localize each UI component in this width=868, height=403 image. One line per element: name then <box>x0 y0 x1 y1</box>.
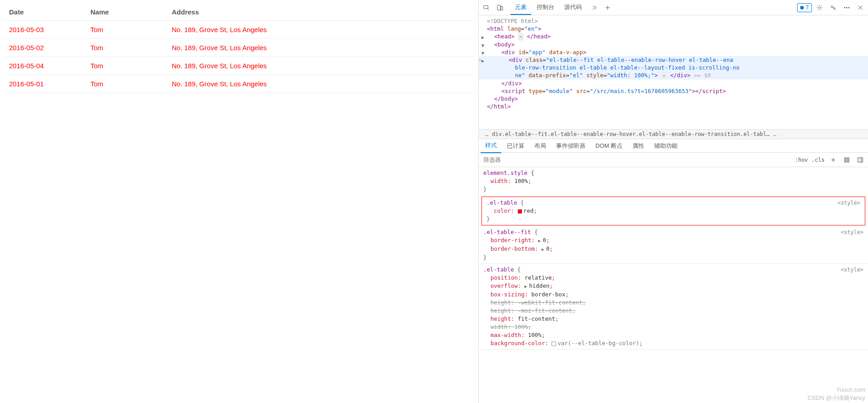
activity-icon[interactable] <box>827 2 839 14</box>
svg-point-4 <box>831 6 833 8</box>
styles-filter-row: :hov .cls <box>479 153 868 167</box>
col-name: Name <box>85 4 166 21</box>
styles-filter-input[interactable] <box>479 156 792 163</box>
styles-panel[interactable]: element.style { width: 100%; } <style> .… <box>479 167 868 403</box>
cell-address: No. 189, Grove St, Los Angeles <box>166 75 475 93</box>
tab-console[interactable]: 控制台 <box>532 0 559 15</box>
subtab-a11y[interactable]: 辅助功能 <box>650 139 682 153</box>
svg-rect-11 <box>858 158 863 162</box>
more-tabs-icon[interactable] <box>588 2 600 14</box>
subtab-styles[interactable]: 样式 <box>481 139 501 153</box>
cell-address: No. 189, Grove St, Los Angeles <box>166 39 475 57</box>
subtab-computed[interactable]: 已计算 <box>502 139 529 153</box>
cell-address: No. 189, Grove St, Los Angeles <box>166 21 475 39</box>
cell-address: No. 189, Grove St, Los Angeles <box>166 57 475 75</box>
svg-point-8 <box>849 7 849 8</box>
watermark-2: CSDN @小绵杨Yancy <box>807 394 865 402</box>
breadcrumb-text: div.el-table--fit.el-table--enable-row-h… <box>492 131 769 137</box>
cls-toggle[interactable]: .cls <box>811 157 825 163</box>
table-row[interactable]: 2016-05-01TomNo. 189, Grove St, Los Ange… <box>4 75 475 93</box>
cell-date: 2016-05-01 <box>4 75 85 93</box>
new-rule-icon[interactable] <box>828 155 838 165</box>
devtools-toolbar: 元素 控制台 源代码 7 <box>479 0 868 15</box>
subtab-layout[interactable]: 布局 <box>530 139 551 153</box>
watermark-1: Yuucn.com <box>836 386 865 393</box>
subtab-props[interactable]: 属性 <box>628 139 649 153</box>
selected-dom-node[interactable]: ⋯▶<div class="el-table--fit el-table--en… <box>479 56 868 64</box>
svg-point-7 <box>846 7 847 8</box>
cell-name: Tom <box>85 21 166 39</box>
col-date: Date <box>4 4 85 21</box>
table-row[interactable]: 2016-05-04TomNo. 189, Grove St, Los Ange… <box>4 57 475 75</box>
sidebar-icon[interactable] <box>855 155 865 165</box>
data-table: Date Name Address 2016-05-03TomNo. 189, … <box>4 4 475 93</box>
tab-elements[interactable]: 元素 <box>510 0 531 15</box>
rule-el-table-color[interactable]: <style> .el-table { color: red; } <box>481 197 865 225</box>
page-content: Date Name Address 2016-05-03TomNo. 189, … <box>0 0 478 403</box>
svg-rect-9 <box>844 158 849 162</box>
cell-date: 2016-05-02 <box>4 39 85 57</box>
devtools-tabs: 元素 控制台 源代码 <box>510 0 586 15</box>
dom-doctype: <!DOCTYPE html> <box>487 18 538 24</box>
subtab-listeners[interactable]: 事件侦听器 <box>552 139 590 153</box>
tab-sources[interactable]: 源代码 <box>560 0 586 15</box>
settings-icon[interactable] <box>814 2 826 14</box>
styles-subtabs: 样式 已计算 布局 事件侦听器 DOM 断点 属性 辅助功能 <box>479 139 868 153</box>
close-icon[interactable] <box>854 2 866 14</box>
device-icon[interactable] <box>494 2 506 14</box>
subtab-dombreak[interactable]: DOM 断点 <box>591 139 627 153</box>
more-icon[interactable] <box>841 2 853 14</box>
hov-toggle[interactable]: :hov <box>795 157 808 163</box>
dom-tree[interactable]: <!DOCTYPE html> <html lang="en"> ▶<head>… <box>479 15 868 129</box>
rule-el-table-base[interactable]: <style> .el-table { position: relative; … <box>479 264 868 350</box>
svg-rect-2 <box>500 6 503 10</box>
rule-el-table-fit[interactable]: <style> .el-table--fit { border-right: ▶… <box>479 226 868 264</box>
svg-point-6 <box>844 7 845 8</box>
rule-element-style[interactable]: element.style { width: 100%; } <box>479 167 868 196</box>
dom-breadcrumb[interactable]: … div.el-table--fit.el-table--enable-row… <box>479 129 868 139</box>
table-row[interactable]: 2016-05-02TomNo. 189, Grove St, Los Ange… <box>4 39 475 57</box>
cell-name: Tom <box>85 75 166 93</box>
cell-name: Tom <box>85 57 166 75</box>
computed-icon[interactable] <box>842 155 852 165</box>
devtools-panel: 元素 控制台 源代码 7 <!DOCTYPE html> <html lang=… <box>478 0 868 403</box>
badge-count: 7 <box>806 5 809 11</box>
table-header-row: Date Name Address <box>4 4 475 21</box>
svg-rect-10 <box>846 159 848 161</box>
issues-badge[interactable]: 7 <box>797 3 812 12</box>
svg-rect-0 <box>484 5 488 9</box>
inspect-icon[interactable] <box>481 2 492 14</box>
cell-date: 2016-05-04 <box>4 57 85 75</box>
col-address: Address <box>166 4 475 21</box>
color-swatch-icon[interactable] <box>518 209 522 214</box>
svg-point-3 <box>819 7 821 9</box>
table-row[interactable]: 2016-05-03TomNo. 189, Grove St, Los Ange… <box>4 21 475 39</box>
cell-date: 2016-05-03 <box>4 21 85 39</box>
add-tab-icon[interactable] <box>602 2 613 14</box>
cell-name: Tom <box>85 39 166 57</box>
